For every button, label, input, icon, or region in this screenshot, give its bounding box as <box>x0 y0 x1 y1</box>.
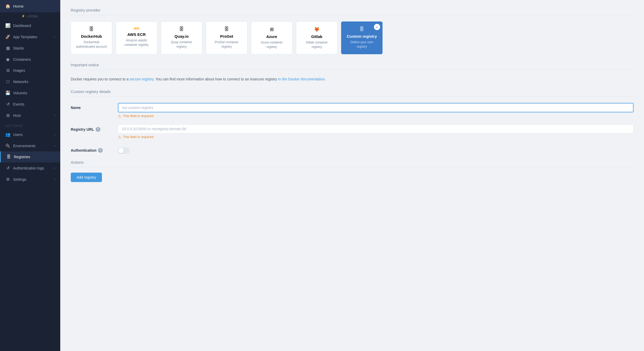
sidebar-item-label: Images <box>13 68 25 73</box>
registry-url-help-icon[interactable]: ? <box>96 127 100 132</box>
name-input[interactable] <box>118 103 634 112</box>
sidebar-item-networks[interactable]: ⬡ Networks <box>0 76 60 87</box>
quay-icon: 🗄 <box>179 26 184 32</box>
registry-url-input-wrap: ⚠ This field is required. <box>118 124 634 139</box>
dockerhub-icon: 🗄 <box>89 26 94 32</box>
home-icon: 🏠 <box>5 4 10 9</box>
registry-card-name: Custom registry <box>347 34 377 39</box>
registry-card-desc: Gitlab container registry <box>301 40 333 49</box>
actions-title: Actions <box>71 160 634 167</box>
registry-card-azure[interactable]: ⊞ Azure Azure container registry <box>251 21 292 54</box>
authentication-toggle[interactable] <box>118 147 130 154</box>
sidebar-item-volumes[interactable]: 💾 Volumes <box>0 87 60 98</box>
registry-card-dockerhub[interactable]: 🗄 DockerHub DockerHub authenticated acco… <box>71 21 112 54</box>
sidebar-item-home[interactable]: 🏠 Home <box>0 0 60 12</box>
sidebar-item-label: Registries <box>14 155 30 159</box>
sidebar-item-users[interactable]: 👥 Users › <box>0 129 60 140</box>
proget-icon: 🗄 <box>224 26 229 32</box>
gitlab-icon: 🦊 <box>314 26 320 32</box>
notice-text-after: . <box>325 77 326 81</box>
custom-registry-details-section: Custom registry details Name ⚠ This fiel… <box>71 89 634 154</box>
registry-card-aws-ecr[interactable]: aws AWS ECR Amazon elastic container reg… <box>116 21 157 54</box>
sidebar-item-settings[interactable]: ⚙ Settings › <box>0 174 60 185</box>
registry-card-proget[interactable]: 🗄 ProGet ProGet container registry <box>206 21 247 54</box>
sidebar-item-label: Users <box>13 133 23 137</box>
sidebar-item-label: Environments <box>13 144 36 148</box>
registry-card-quay[interactable]: 🗄 Quay.io Quay container registry <box>161 21 202 54</box>
volumes-icon: 💾 <box>5 90 10 95</box>
sidebar-item-label: Host <box>13 113 21 118</box>
custom-registry-icon: 🗄 <box>359 26 364 32</box>
notice-text: Docker requires you to connect to a secu… <box>71 76 634 82</box>
registry-card-desc: Quay container registry <box>165 40 198 49</box>
registry-card-custom[interactable]: ✓ 🗄 Custom registry Define your own regi… <box>341 21 383 54</box>
registry-url-error-message: ⚠ This field is required. <box>118 135 634 139</box>
sidebar-item-label: Containers <box>13 57 31 62</box>
warning-icon: ⚠ <box>118 114 121 118</box>
images-icon: ⧉ <box>5 68 10 73</box>
host-icon: ⊞ <box>5 113 10 118</box>
registry-card-desc: ProGet container registry <box>210 40 243 49</box>
chevron-right-icon: › <box>54 178 55 181</box>
environments-icon: 🔌 <box>5 143 10 148</box>
sidebar-item-images[interactable]: ⧉ Images <box>0 65 60 76</box>
registry-card-desc: Azure container registry <box>255 40 288 49</box>
users-icon: 👥 <box>5 132 10 137</box>
sidebar-item-label: Networks <box>13 80 28 84</box>
warning-icon: ⚠ <box>118 135 121 139</box>
add-registry-button[interactable]: Add registry <box>71 173 102 182</box>
stacks-icon: ▦ <box>5 46 10 51</box>
aws-icon: aws <box>134 26 139 30</box>
notice-text-before: Docker requires you to connect to a <box>71 77 130 81</box>
azure-icon: ⊞ <box>270 26 274 32</box>
sidebar-item-label: Events <box>13 102 24 106</box>
secure-registry-link[interactable]: secure registry <box>130 77 154 81</box>
events-icon: ↺ <box>5 102 10 107</box>
actions-section: Actions Add registry <box>71 160 634 182</box>
registry-url-label: Registry URL ? <box>71 124 113 132</box>
toggle-knob <box>118 148 124 153</box>
chevron-right-icon: › <box>54 133 55 136</box>
chevron-right-icon: › <box>54 35 55 38</box>
custom-registry-details-title: Custom registry details <box>71 89 634 97</box>
sidebar-item-stacks[interactable]: ▦ Stacks <box>0 42 60 54</box>
registry-card-desc: Amazon elastic container registry <box>120 38 153 47</box>
registry-card-name: AWS ECR <box>127 32 146 37</box>
registry-card-name: ProGet <box>220 34 233 39</box>
sidebar-item-app-templates[interactable]: 🚀 App Templates › <box>0 31 60 42</box>
registry-url-form-row: Registry URL ? ⚠ This field is required. <box>71 124 634 139</box>
app-templates-icon: 🚀 <box>5 34 10 39</box>
sidebar-item-host[interactable]: ⊞ Host › <box>0 110 60 121</box>
registry-card-desc: Define your own registry <box>346 40 378 49</box>
sidebar-item-dashboard[interactable]: 📊 Dashboard <box>0 20 60 31</box>
sidebar-item-label: Settings <box>13 177 26 182</box>
docker-docs-link[interactable]: in the Docker documentation <box>278 77 325 81</box>
sidebar-item-events[interactable]: ↺ Events <box>0 98 60 110</box>
registries-icon: 🗄 <box>6 155 11 159</box>
networks-icon: ⬡ <box>5 79 10 84</box>
auth-logs-icon: ↺ <box>5 166 10 171</box>
sidebar-item-label: Volumes <box>13 91 27 95</box>
sidebar-item-environments[interactable]: 🔌 Environments › <box>0 140 60 151</box>
authentication-label: Authentication ? <box>71 145 113 153</box>
dashboard-icon: 📊 <box>5 23 10 28</box>
registry-url-input[interactable] <box>118 124 634 133</box>
registry-card-gitlab[interactable]: 🦊 Gitlab Gitlab container registry <box>296 21 337 54</box>
name-label: Name <box>71 103 113 110</box>
registry-url-error-text: This field is required. <box>123 135 154 139</box>
sidebar-item-auth-logs[interactable]: ↺ Authentication logs › <box>0 162 60 174</box>
registry-card-name: Quay.io <box>174 34 189 39</box>
sidebar-item-label: App Templates <box>13 35 37 39</box>
home-label: Home <box>13 4 24 8</box>
sidebar-item-registries[interactable]: 🗄 Registries <box>0 151 60 162</box>
name-error-message: ⚠ This field is required. <box>118 114 634 118</box>
sidebar-item-label: Dashboard <box>13 24 31 28</box>
settings-icon: ⚙ <box>5 177 10 182</box>
authentication-toggle-wrap <box>118 145 634 154</box>
local-label: ⚡ LOCAL <box>0 12 60 20</box>
authentication-help-icon[interactable]: ? <box>98 148 103 153</box>
important-notice-title: Important notice <box>71 63 634 70</box>
chevron-right-icon: › <box>54 167 55 169</box>
notice-text-middle: . You can find more information about ho… <box>154 77 278 81</box>
sidebar-item-containers[interactable]: ◉ Containers <box>0 54 60 65</box>
